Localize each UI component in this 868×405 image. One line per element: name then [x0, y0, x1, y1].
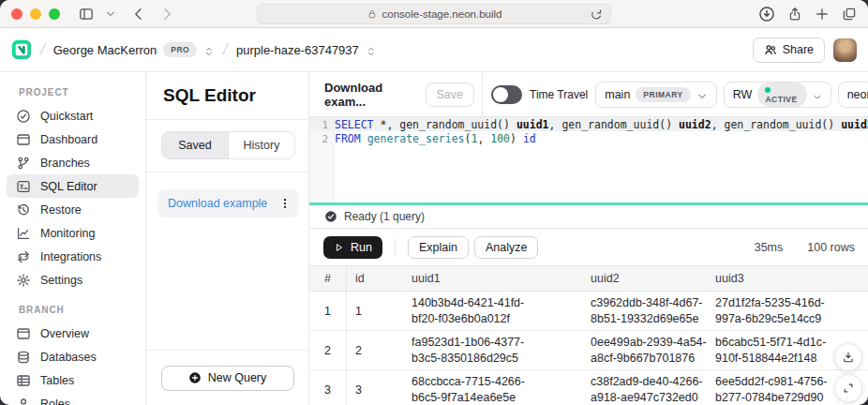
expand-results-button[interactable]: [834, 374, 862, 402]
run-label: Run: [351, 241, 372, 254]
sidebar-item-sql-editor[interactable]: SQL Editor: [7, 174, 139, 198]
sidebar-item-restore[interactable]: Restore: [7, 198, 139, 221]
results-table: #iduuid1uuid2uuid311140b3b4d-6421-41fd- …: [309, 265, 868, 405]
sidebar-item-branches[interactable]: Branches: [7, 151, 139, 174]
success-check-icon: [324, 210, 337, 223]
zoom-button[interactable]: [49, 8, 60, 20]
sidebar-item-quickstart[interactable]: Quickstart: [7, 104, 139, 128]
compute-name: RW: [733, 88, 753, 101]
gear-icon: [16, 273, 31, 288]
time-travel-toggle[interactable]: [491, 85, 522, 104]
table-cell: 68ccbcca-7715-4266- b6c5-9f7a14ea6e5e: [403, 370, 591, 405]
db-icon: [16, 350, 31, 365]
sidebar-item-label: Restore: [40, 203, 82, 217]
sidebar-item-integrations[interactable]: Integrations: [7, 245, 139, 268]
branch-name: main: [605, 88, 630, 101]
downloads-icon[interactable]: [758, 6, 775, 22]
forward-button[interactable]: [159, 7, 174, 22]
column-header-uuid3: uuid3: [715, 266, 868, 291]
column-header-row-number: #: [309, 266, 347, 291]
code-line-1[interactable]: 1SELECT *, gen_random_uuid() uuid1, gen_…: [309, 117, 868, 131]
sidebar-item-overview[interactable]: Overview: [7, 322, 139, 345]
sql-code-editor[interactable]: 1SELECT *, gen_random_uuid() uuid1, gen_…: [309, 117, 868, 202]
sidebar-item-label: SQL Editor: [40, 180, 97, 193]
sort-chevrons-icon: [203, 44, 215, 55]
restore-icon: [16, 202, 31, 218]
query-name: Download example: [168, 197, 267, 210]
close-button[interactable]: [11, 8, 22, 20]
sidebar-item-label: Integrations: [40, 250, 101, 263]
sidebar-item-label: Tables: [40, 374, 74, 387]
active-badge: ACTIVE: [757, 82, 806, 107]
explain-button[interactable]: Explain: [408, 236, 469, 259]
table-cell: 0ee499ab-2939-4a54- a8cf-9b667b701876: [591, 331, 715, 369]
run-button[interactable]: Run: [323, 236, 382, 259]
user-avatar[interactable]: [833, 38, 857, 62]
sidebar-item-label: Roles: [40, 398, 70, 405]
column-header-id: id: [347, 266, 403, 291]
table-cell: 2: [347, 331, 403, 369]
sidebar-item-dashboard[interactable]: Dashboard: [7, 128, 139, 151]
account-selector[interactable]: George MacKerron PRO: [53, 42, 216, 57]
sidebar-item-monitoring[interactable]: Monitoring: [7, 221, 139, 245]
download-icon: [842, 351, 855, 364]
sidebar-item-roles[interactable]: Roles: [7, 392, 139, 405]
row-number-cell: 1: [309, 292, 347, 330]
table-cell: 140b3b4d-6421-41fd- bf20-f03e6b0a012f: [403, 292, 591, 330]
compute-select[interactable]: RW ACTIVE: [724, 82, 831, 108]
sidebar-item-databases[interactable]: Databases: [7, 345, 139, 368]
row-count: 100 rows: [807, 241, 855, 254]
browser-chrome: console-stage.neon.build: [0, 0, 868, 28]
column-header-uuid1: uuid1: [403, 266, 591, 291]
back-button[interactable]: [131, 7, 146, 22]
chevron-down-icon[interactable]: [105, 8, 116, 20]
window-icon: [16, 326, 31, 341]
kebab-menu-icon[interactable]: [278, 197, 292, 210]
queries-panel: SQL Editor Saved History Download exampl…: [146, 72, 309, 405]
table-cell: fa9523d1-1b06-4377- b3c5-8350186d29c5: [403, 331, 591, 369]
row-number-cell: 2: [309, 331, 347, 369]
code-text: SELECT *, gen_random_uuid() uuid1, gen_r…: [335, 118, 868, 131]
sidebar-item-label: Settings: [40, 274, 82, 287]
new-query-button[interactable]: New Query: [161, 366, 294, 391]
time-travel-label: Time Travel: [530, 88, 588, 101]
code-line-2[interactable]: 2FROM generate_series(1, 100) id: [309, 131, 868, 145]
save-button[interactable]: Save: [426, 82, 475, 107]
new-tab-icon[interactable]: [815, 7, 830, 22]
database-select[interactable]: neondb: [838, 82, 868, 108]
sidebar-item-label: Overview: [40, 327, 89, 340]
share-button[interactable]: Share: [753, 38, 825, 63]
address-bar[interactable]: console-stage.neon.build: [257, 4, 611, 24]
analyze-button[interactable]: Analyze: [474, 236, 538, 259]
reload-icon[interactable]: [589, 8, 604, 22]
sidebar-item-label: Monitoring: [40, 227, 95, 240]
table-cell: 1: [347, 292, 403, 330]
table-cell: 27d1f2fa-5235-416d- 997a-6b29c5e14cc9: [715, 292, 868, 330]
minimize-button[interactable]: [30, 8, 41, 20]
share-page-icon[interactable]: [787, 7, 802, 22]
section-label-project: PROJECT: [0, 87, 145, 104]
branch-select[interactable]: main PRIMARY: [595, 82, 717, 108]
sidebar-item-tables[interactable]: Tables: [7, 368, 139, 392]
status-bar: Ready (1 query): [309, 205, 868, 229]
plan-badge: PRO: [163, 42, 197, 57]
query-list-item[interactable]: Download example: [157, 189, 299, 218]
play-icon: [334, 242, 345, 253]
query-title[interactable]: Download exam...: [324, 81, 426, 109]
table-cell: c3962ddb-348f-4d67- 8b51-19332d69e65e: [591, 292, 715, 330]
new-query-label: New Query: [208, 371, 267, 384]
sidebar-toggle-icon[interactable]: [79, 7, 94, 22]
tab-saved[interactable]: Saved: [162, 132, 228, 158]
table-header-row: #iduuid1uuid2uuid3: [309, 265, 868, 292]
project-selector[interactable]: purple-haze-63747937: [236, 43, 377, 57]
tab-history[interactable]: History: [228, 132, 294, 158]
neon-logo[interactable]: [11, 39, 32, 60]
saved-history-tabs: Saved History: [161, 131, 295, 159]
sidebar-item-label: Quickstart: [40, 110, 93, 123]
monitoring-icon: [16, 226, 31, 241]
download-results-button[interactable]: [834, 343, 862, 371]
screenshot: console-stage.neon.build / George MacKer…: [0, 0, 868, 405]
tab-overview-icon[interactable]: [842, 7, 857, 22]
sidebar-item-settings[interactable]: Settings: [7, 268, 139, 292]
chevron-down-icon: [813, 89, 822, 100]
